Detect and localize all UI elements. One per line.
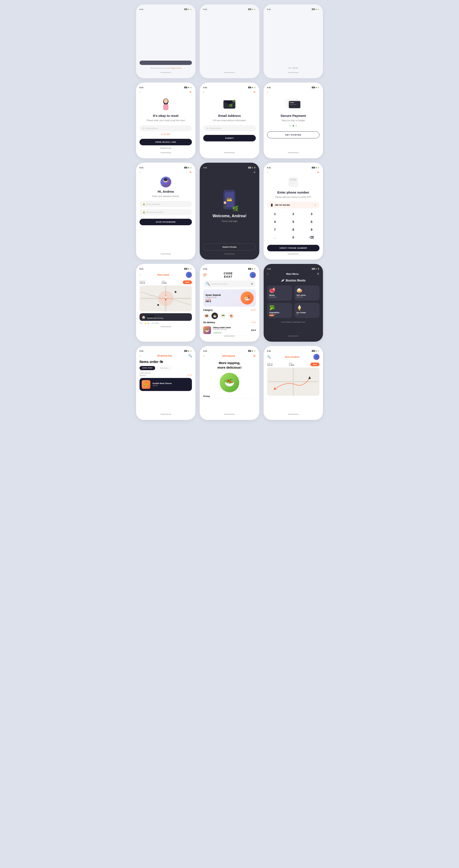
- menu-item-ourmenu[interactable]: 🍛 Our menu 132 food.: [294, 285, 319, 301]
- numpad-3[interactable]: 3: [304, 211, 319, 217]
- svg-rect-15: [290, 181, 296, 182]
- tab-active-order[interactable]: Active Order: [140, 366, 155, 370]
- nav-row: ‹ ✕: [140, 170, 192, 174]
- back-arrow[interactable]: ‹: [203, 90, 204, 94]
- menu-item-meats[interactable]: 🥩 Meats 100 recipe: [267, 285, 292, 301]
- close-icon[interactable]: ✕: [317, 170, 319, 174]
- status-time: 9:41: [267, 350, 271, 352]
- email-icon: ✉: [206, 127, 208, 129]
- numpad-2[interactable]: 2: [285, 211, 301, 217]
- vegetables-name: Vegetables: [269, 311, 280, 314]
- phone-number-input[interactable]: 📱 085 747 015 553 ✓: [267, 202, 319, 208]
- featured-recipe-card[interactable]: Ayam Geprek Chicken Soup 24 MIN. 290 $ 🍜: [203, 289, 256, 307]
- person-illustration: [158, 96, 173, 112]
- on-delivery-label: On delivery: [203, 321, 215, 324]
- delivery-sub: Seafood & Thai Dish: [213, 329, 249, 330]
- email-input[interactable]: ✉ Email address: [140, 125, 192, 131]
- explore-recipe-button[interactable]: Explore Recipe: [203, 244, 256, 250]
- close-icon[interactable]: ✕: [189, 170, 192, 174]
- status-bar: 9:41 ▋▋▋▶🔋: [267, 87, 319, 89]
- back-arrow[interactable]: ‹: [140, 273, 141, 277]
- svg-rect-3: [164, 103, 168, 104]
- back-arrow[interactable]: ‹: [140, 354, 141, 357]
- resend-link[interactable]: Resend Link: [161, 147, 171, 149]
- search-icon[interactable]: 🔍: [188, 354, 192, 357]
- card-subtitle: Please add your phone to verifiy OTP: [275, 195, 311, 199]
- home-bar: [288, 336, 298, 337]
- get-started-button[interactable]: GET STARTED: [267, 131, 319, 138]
- start-button[interactable]: Start: [310, 363, 319, 366]
- card-title: It's okay to reset: [153, 114, 179, 118]
- card-store-map: 9:41 ▋▋▋▶🔋 ‹ Store detail 👤 Distance 700…: [136, 264, 195, 342]
- cat-donut[interactable]: 🍩: [203, 313, 210, 319]
- card-title: Secure Payment: [281, 114, 306, 118]
- svg-point-27: [175, 291, 176, 293]
- svg-point-26: [157, 304, 159, 306]
- topping-pisang[interactable]: Pisang: [203, 394, 256, 399]
- cat-salad[interactable]: 🥗: [220, 313, 226, 319]
- delivery-item[interactable]: 🥗 Udang Galah Salad Seafood & Thai Dish …: [203, 325, 256, 336]
- back-arrow[interactable]: ‹: [267, 90, 268, 94]
- filter-icon[interactable]: ⚙: [251, 282, 253, 285]
- close-icon[interactable]: ✕: [189, 90, 192, 94]
- close-icon[interactable]: ✕: [253, 90, 256, 94]
- repassword-input[interactable]: 🔒 Re-enter password: [140, 209, 192, 215]
- search-icon[interactable]: 🔍: [267, 355, 271, 359]
- svg-text:🌿: 🌿: [229, 103, 233, 107]
- card-title: Email Address: [218, 114, 241, 118]
- numpad-dot[interactable]: .: [267, 235, 283, 240]
- numpad-6[interactable]: 6: [304, 219, 319, 224]
- search-placeholder: Search any recipe...: [211, 283, 249, 285]
- save-password-button[interactable]: SAVE PASSWORD: [140, 219, 192, 225]
- numpad-4[interactable]: 4: [267, 219, 283, 224]
- status-bar: 9:41 ▋▋▋▶🔋: [267, 268, 319, 270]
- numpad-9[interactable]: 9: [304, 227, 319, 232]
- back-arrow[interactable]: ‹: [140, 170, 141, 174]
- avatar: 👤: [186, 272, 192, 278]
- email-placeholder: Email address: [209, 127, 222, 129]
- back-arrow[interactable]: ‹: [203, 354, 204, 358]
- card-payment: 9:41 ▋▋▋▶🔋 ‹ Secure Payment Help you sta…: [264, 83, 323, 158]
- numpad-1[interactable]: 1: [267, 211, 283, 217]
- tab-past-orders[interactable]: Past Orders: [157, 366, 172, 370]
- numpad-backspace[interactable]: ⌫: [304, 235, 319, 240]
- menu-item-icecream[interactable]: 🍦 Ice Cream 24: [294, 303, 319, 318]
- svg-point-25: [165, 296, 167, 299]
- svg-rect-12: [224, 204, 226, 209]
- card-topping: 9:41 ▋▋▋▶🔋 ‹ Add topping ✕ More topping,…: [200, 346, 259, 420]
- map-view: Marzela: [140, 285, 192, 311]
- svg-rect-16: [290, 183, 294, 184]
- time-icon: 🕐: [151, 322, 153, 324]
- menu-item-vegetables[interactable]: 🥦 Vegetables Pre Order NEW: [267, 303, 292, 318]
- cat-meat[interactable]: 🍖: [228, 313, 234, 319]
- ourmenu-icon: 🍛: [296, 288, 302, 293]
- numpad-5[interactable]: 5: [285, 219, 301, 224]
- main-button[interactable]: [140, 61, 192, 65]
- no-thanks-btn[interactable]: No, Thanks: [288, 67, 298, 69]
- search-bar[interactable]: 🔍 Search any recipe... ⚙: [203, 280, 256, 287]
- password-input[interactable]: 🔒 Enter password: [140, 201, 192, 207]
- back-arrow[interactable]: ‹: [267, 170, 268, 174]
- back-arrow[interactable]: ‹: [267, 272, 268, 276]
- cat-noodle[interactable]: 🍜: [211, 313, 218, 319]
- sign-in-link[interactable]: Sign in here: [171, 67, 181, 69]
- numpad-8[interactable]: 8: [285, 227, 301, 232]
- status-bar: 9:41 ▋▋▋▶🔋: [267, 166, 319, 169]
- numpad-0[interactable]: 0: [285, 235, 301, 240]
- verify-phone-button[interactable]: VERIFY PHONE NUMBER: [267, 245, 319, 251]
- send-magic-link-button[interactable]: SEND MAGIC LINK: [140, 139, 192, 145]
- submit-button[interactable]: SUBMIT: [203, 135, 256, 142]
- close-icon[interactable]: ✕: [253, 354, 256, 358]
- order-item-card[interactable]: 🍔 Double Meat Chesse 141 $: [140, 378, 192, 391]
- featured-price: 290 $: [205, 300, 240, 303]
- numpad-7[interactable]: 7: [267, 227, 283, 232]
- back-arrow[interactable]: ‹: [140, 90, 141, 94]
- start-button[interactable]: Start: [183, 280, 192, 284]
- close-icon[interactable]: ✕: [253, 170, 256, 174]
- see-all-link[interactable]: See all: [250, 309, 256, 311]
- close-icon[interactable]: ✕: [317, 272, 319, 276]
- email-input[interactable]: ✉ Email address: [203, 125, 256, 131]
- menu-title: Main Menu: [286, 273, 298, 275]
- svg-rect-1: [163, 104, 168, 110]
- hamburger-menu[interactable]: [203, 274, 207, 276]
